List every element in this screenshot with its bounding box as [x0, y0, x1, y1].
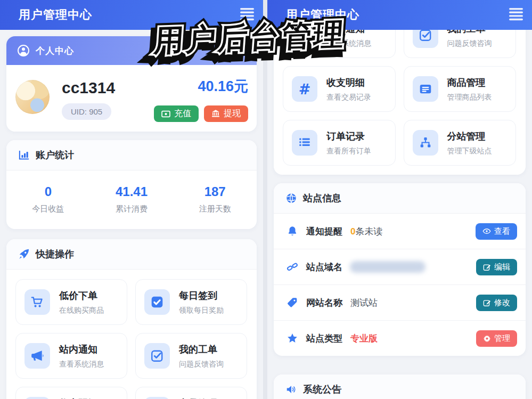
hamburger-menu-icon[interactable]: [509, 7, 523, 21]
blurred-domain-value: [350, 261, 425, 273]
recharge-button[interactable]: 充值: [154, 105, 199, 122]
site-row-notifications: 通知提醒 0条未读 查看: [274, 214, 526, 249]
uid-badge: UID: 905: [62, 103, 111, 120]
site-name-value: 测试站: [350, 297, 378, 309]
bar-chart-icon: [18, 149, 30, 161]
eye-icon: [482, 228, 491, 234]
announcement-header: 系统公告: [274, 374, 526, 399]
megaphone-icon: [24, 343, 50, 369]
order-list-icon: [292, 130, 317, 156]
site-info-header: 站点信息: [274, 183, 526, 214]
quick-item-title: 分站管理: [447, 130, 492, 143]
stat-label: 今日收益: [6, 204, 90, 214]
right-app-bar: 用户管理中心: [267, 0, 532, 30]
announcement-card: 系统公告: [274, 374, 526, 399]
view-button[interactable]: 查看: [476, 223, 517, 240]
site-info-title: 站点信息: [303, 192, 341, 205]
unread-suffix: 条未读: [355, 226, 382, 237]
user-backend-management-screenshot: { "watermark": { "text": "用户后台管理" }, "ap…: [0, 0, 532, 399]
quick-item-desc: 查看交易记录: [326, 93, 371, 102]
stat-total-spend: 41.41 累计消费: [90, 184, 174, 214]
quick-item-my-tickets[interactable]: 我的工单 问题反馈咨询: [135, 333, 247, 379]
quick-item-desc: 查看系统消息: [326, 39, 371, 48]
quick-item-cheap-order[interactable]: 低价下单 在线购买商品: [15, 279, 127, 325]
quick-item-desc: 在线购买商品: [59, 306, 104, 315]
stat-value: 0: [6, 184, 90, 199]
hash-icon: #: [24, 397, 50, 399]
stat-today-income: 0 今日收益: [6, 184, 90, 214]
hamburger-menu-icon[interactable]: [240, 7, 255, 21]
quick-item-desc: 问题反馈咨询: [179, 360, 224, 369]
stat-register-days: 187 注册天数: [173, 184, 257, 214]
withdraw-button[interactable]: 提现: [204, 105, 248, 122]
site-row-label: 通知提醒: [306, 225, 342, 238]
profile-card-header: 个人中心: [6, 36, 257, 65]
quick-item-desc: 管理下级站点: [447, 146, 492, 156]
view-button-label: 查看: [494, 226, 510, 237]
balance-amount: 40.16元: [198, 77, 248, 96]
quick-item-daily-checkin[interactable]: 每日签到 领取每日奖励: [135, 279, 247, 325]
quick-item-text: 分站管理 管理下级站点: [447, 130, 492, 156]
username: cc1314: [62, 79, 115, 97]
tag-icon: [287, 297, 298, 308]
quick-item-text: 收支明细 查看交易记录: [59, 397, 104, 399]
quick-item-desc: 查看系统消息: [59, 360, 104, 369]
sitemap-icon: [413, 130, 438, 156]
quick-item-desc: 查看所有订单: [326, 146, 371, 156]
quick-item-title: 收支明细: [59, 397, 104, 399]
modify-button-label: 修改: [494, 298, 510, 308]
quick-item-site-notice[interactable]: 站内通知 查看系统消息: [15, 333, 127, 379]
quick-item-transactions[interactable]: # 收支明细 查看交易记录: [283, 66, 396, 112]
profile-section-title: 个人中心: [36, 45, 74, 57]
quick-item-desc: 问题反馈咨询: [447, 39, 492, 48]
bell-icon: [287, 225, 298, 237]
quick-item-title: 收支明细: [326, 76, 371, 89]
account-stats-header: 账户统计: [6, 140, 257, 170]
quick-item-order-records[interactable]: 订单记录 查看所有订单: [283, 120, 396, 166]
quick-item-title: 商品管理: [447, 76, 492, 89]
left-screenshot-panel: 用户管理中心 个人中心 cc1314 UID: 905 40.16元: [0, 0, 263, 399]
quick-item-desc: 领取每日奖励: [179, 306, 224, 315]
quick-item-substation-manage[interactable]: 分站管理 管理下级站点: [404, 120, 517, 166]
star-icon: [287, 332, 298, 344]
bank-icon: [211, 110, 220, 118]
hash-icon: #: [292, 76, 317, 102]
profile-card: 个人中心 cc1314 UID: 905 40.16元 充值: [6, 36, 257, 132]
quick-item-text: 订单记录 查看所有订单: [326, 130, 371, 156]
manage-button[interactable]: 管理: [476, 330, 517, 347]
product-card-icon: [144, 397, 170, 399]
announcement-title: 系统公告: [303, 383, 341, 396]
stat-label: 累计消费: [90, 204, 174, 214]
quick-item-desc: 管理商品列表: [447, 93, 492, 102]
account-stats-title: 账户统计: [36, 149, 74, 161]
quick-item-text: 商品管理 管理商品列表: [179, 397, 224, 399]
quick-actions-title: 快捷操作: [36, 248, 74, 260]
product-card-icon: [413, 76, 438, 102]
account-stats-card: 账户统计 0 今日收益 41.41 累计消费 187 注册天数: [6, 140, 257, 229]
app-title: 用户管理中心: [19, 7, 92, 23]
quick-item-text: 低价下单 在线购买商品: [59, 289, 104, 315]
quick-item-product-manage[interactable]: 商品管理 管理商品列表: [404, 66, 517, 112]
quick-item-text: 收支明细 查看交易记录: [326, 76, 371, 102]
modify-button[interactable]: 修改: [476, 295, 517, 311]
quick-item-title: 低价下单: [59, 289, 104, 302]
user-circle-icon: [17, 44, 30, 57]
site-type-value: 专业版: [350, 332, 378, 345]
stat-label: 注册天数: [173, 204, 257, 214]
gear-icon: [483, 335, 491, 343]
manage-button-label: 管理: [494, 333, 510, 344]
ticket-check-icon: [144, 343, 170, 369]
site-row-value: 0条未读: [350, 225, 382, 238]
app-title: 用户管理中心: [286, 7, 359, 23]
edit-button[interactable]: 编辑: [476, 259, 517, 275]
quick-item-transactions[interactable]: # 收支明细 查看交易记录: [15, 387, 127, 399]
stats-row: 0 今日收益 41.41 累计消费 187 注册天数: [6, 170, 257, 228]
quick-item-title: 我的工单: [179, 343, 224, 356]
stat-value: 41.41: [90, 184, 174, 199]
left-app-bar: 用户管理中心: [0, 0, 263, 30]
quick-item-text: 每日签到 领取每日奖励: [179, 289, 224, 315]
site-row-label: 站点域名: [306, 261, 342, 273]
site-row-label: 站点类型: [306, 332, 342, 345]
edit-pencil-icon: [483, 263, 491, 271]
quick-item-product-manage[interactable]: 商品管理 管理商品列表: [135, 387, 247, 399]
